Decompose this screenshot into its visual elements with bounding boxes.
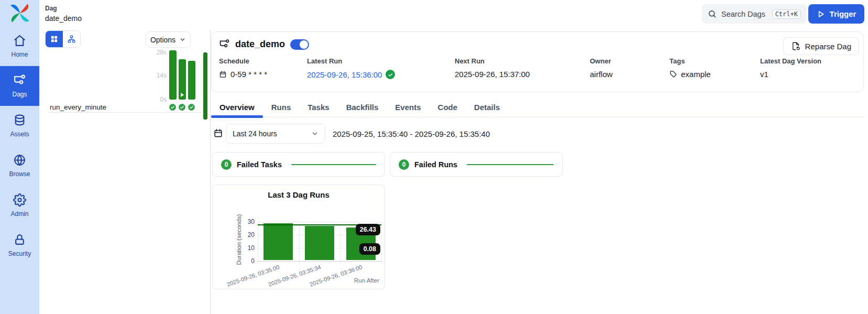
- chart-title: Last 3 Dag Runs: [213, 190, 384, 199]
- breadcrumb-dag-name: date_demo: [45, 14, 82, 23]
- sidebar-item-home[interactable]: Home: [0, 26, 39, 66]
- sidebar-item-security[interactable]: Security: [0, 225, 39, 265]
- calendar-icon: [219, 70, 227, 78]
- duration-bar[interactable]: [305, 226, 334, 260]
- sidebar-item-label: Home: [11, 51, 28, 58]
- sidebar: Home Dags Assets Browse Admin Security: [0, 0, 39, 314]
- success-check-icon: [386, 70, 395, 79]
- x-axis-line: [258, 261, 381, 262]
- dag-icon: [13, 74, 26, 87]
- grid-icon: [50, 35, 59, 44]
- running-marker-icon: [181, 93, 184, 97]
- tab-details[interactable]: Details: [466, 97, 508, 117]
- last-3-dag-runs-chart: Last 3 Dag Runs Duration (seconds) 30 20…: [212, 185, 385, 289]
- gantt-axis-tick: 28s: [149, 49, 167, 56]
- reparse-icon: [791, 41, 800, 51]
- tag-value[interactable]: example: [681, 70, 711, 79]
- chevron-down-icon: [179, 36, 186, 43]
- run-success-check-icon: [179, 104, 185, 111]
- field-latest-run: Latest Run 2025-09-26, 15:36:00: [307, 57, 395, 79]
- run-success-check-icon: [169, 104, 176, 111]
- field-schedule: Schedule 0-59 * * * *: [219, 57, 267, 79]
- max-duration-badge: 26.43: [356, 224, 380, 235]
- search-dags-input[interactable]: Search Dags Ctrl+K: [702, 4, 807, 24]
- sidebar-item-browse[interactable]: Browse: [0, 146, 39, 186]
- time-range-text: 2025-09-25, 15:35:40 - 2025-09-26, 15:35…: [333, 124, 490, 144]
- sidebar-item-admin[interactable]: Admin: [0, 186, 39, 225]
- options-button[interactable]: Options: [146, 31, 191, 48]
- main-content: date_demo Reparse Dag Schedule 0-59 * * …: [211, 29, 864, 314]
- duration-bar[interactable]: [263, 223, 293, 260]
- y-tick: 10: [241, 244, 255, 252]
- tab-runs[interactable]: Runs: [263, 97, 300, 117]
- time-range-select[interactable]: Last 24 hours: [226, 124, 325, 144]
- sidebar-item-assets[interactable]: Assets: [0, 106, 39, 146]
- field-tags: Tags example: [669, 57, 711, 79]
- tab-code[interactable]: Code: [430, 97, 466, 117]
- gantt-bar[interactable]: [188, 61, 195, 100]
- dag-title: date_demo: [235, 39, 285, 50]
- search-icon: [708, 9, 717, 18]
- dag-tabs: Overview Runs Tasks Backfills Events Cod…: [211, 97, 864, 117]
- dag-header-card: date_demo Reparse Dag Schedule 0-59 * * …: [211, 31, 864, 92]
- task-name[interactable]: run_every_minute: [50, 103, 106, 111]
- failed-runs-count-badge: 0: [399, 159, 409, 170]
- sidebar-item-dags[interactable]: Dags: [0, 66, 39, 106]
- database-icon: [13, 114, 26, 127]
- run-success-check-icon: [188, 104, 195, 111]
- field-owner: Owner airflow: [590, 57, 612, 79]
- play-icon: [817, 10, 825, 18]
- grid-view-button[interactable]: [46, 31, 63, 47]
- gantt-axis-tick: 0s: [149, 96, 167, 103]
- reparse-dag-button[interactable]: Reparse Dag: [783, 37, 859, 55]
- x-tick-label: 2025-09-26, 03:36:00: [294, 264, 363, 289]
- gear-icon: [13, 193, 26, 207]
- gantt-axis-tick: 14s: [149, 72, 167, 79]
- trend-line: [291, 164, 376, 165]
- sidebar-item-label: Assets: [10, 131, 29, 138]
- trend-line: [467, 164, 554, 165]
- tab-overview[interactable]: Overview: [211, 97, 263, 117]
- tab-events[interactable]: Events: [387, 97, 429, 117]
- min-duration-badge: 0.08: [359, 243, 380, 255]
- task-row-divider: [48, 112, 201, 113]
- globe-icon: [13, 154, 26, 167]
- y-tick: 20: [241, 231, 255, 239]
- field-latest-dag-version: Latest Dag Version v1: [760, 57, 821, 79]
- y-tick: 30: [241, 218, 255, 225]
- gantt-bar-clipped[interactable]: [203, 52, 207, 120]
- sidebar-nav: Home Dags Assets Browse Admin Security: [0, 26, 39, 265]
- failed-runs-card: 0 Failed Runs: [390, 152, 563, 177]
- dag-pause-toggle[interactable]: [290, 39, 309, 50]
- tab-backfills[interactable]: Backfills: [338, 97, 387, 117]
- view-toggle-group: [45, 30, 81, 48]
- trigger-button[interactable]: Trigger: [808, 4, 864, 24]
- field-next-run: Next Run 2025-09-26, 15:37:00: [455, 57, 530, 79]
- search-shortcut-badge: Ctrl+K: [772, 9, 801, 19]
- gridline: [258, 222, 381, 222]
- home-icon: [13, 34, 26, 47]
- graph-view-button[interactable]: [63, 31, 80, 47]
- lock-icon: [13, 233, 26, 246]
- latest-run-link[interactable]: 2025-09-26, 15:36:00: [307, 70, 382, 79]
- failed-tasks-card: 0 Failed Tasks: [212, 152, 385, 177]
- graph-icon: [67, 35, 76, 44]
- panel-divider[interactable]: [210, 29, 211, 314]
- failed-tasks-count-badge: 0: [221, 159, 232, 170]
- calendar-icon: [213, 128, 223, 138]
- gridline: [381, 222, 382, 264]
- chevron-down-icon: [311, 130, 318, 137]
- x-axis-title: Run After: [354, 277, 379, 284]
- tab-tasks[interactable]: Tasks: [299, 97, 337, 117]
- search-placeholder: Search Dags: [721, 10, 765, 18]
- sidebar-item-label: Admin: [10, 210, 28, 218]
- airflow-logo-icon[interactable]: [9, 2, 31, 24]
- grid-panel: Options 28s 14s 0s run_every_minute: [39, 29, 210, 314]
- sidebar-item-label: Dags: [12, 91, 27, 98]
- gantt-bar[interactable]: [179, 59, 186, 100]
- y-tick: 0: [241, 257, 255, 265]
- dag-icon: [219, 39, 230, 50]
- tag-icon: [669, 70, 677, 78]
- sidebar-item-label: Browse: [9, 170, 30, 178]
- gantt-bar[interactable]: [169, 50, 177, 100]
